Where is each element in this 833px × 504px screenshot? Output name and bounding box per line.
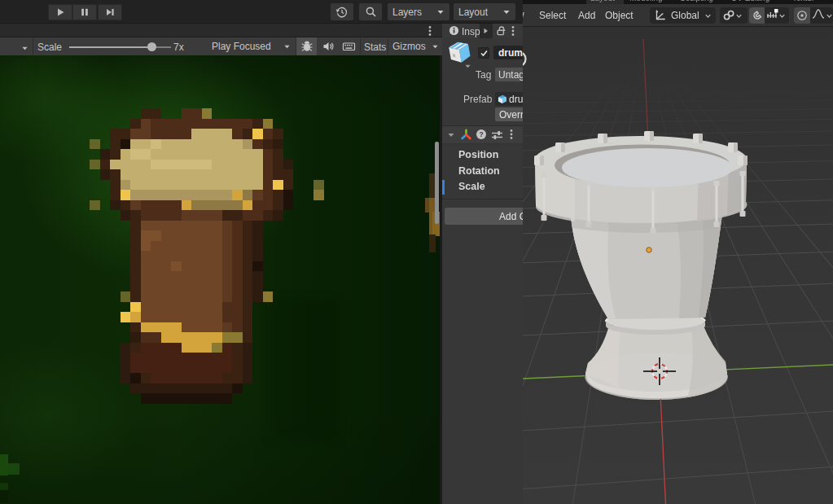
svg-text:?: ? (479, 130, 483, 138)
